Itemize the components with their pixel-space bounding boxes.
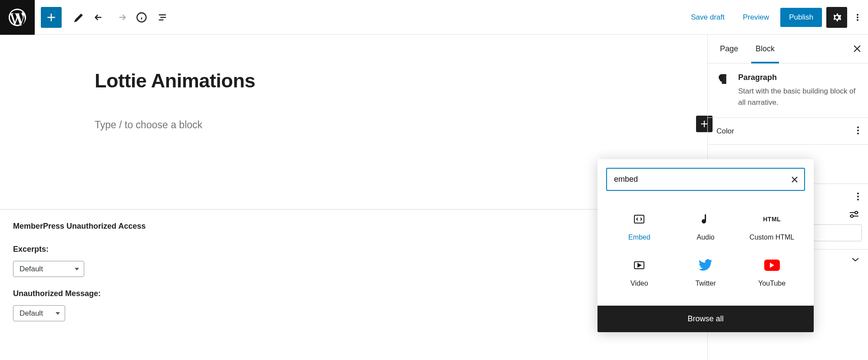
block-item-label: Video [630, 280, 648, 287]
info-button[interactable] [131, 7, 152, 28]
embed-icon [633, 211, 646, 227]
block-item-label: Embed [628, 233, 650, 241]
block-item-label: Twitter [695, 280, 716, 287]
color-panel: Color [708, 118, 868, 145]
plus-icon [45, 11, 58, 24]
wordpress-icon [9, 9, 26, 26]
more-options-button[interactable] [851, 7, 864, 28]
excerpts-select[interactable]: Default [13, 261, 84, 277]
twitter-icon [699, 257, 713, 273]
memberpress-heading: MemberPress Unauthorized Access [13, 222, 694, 231]
typography-panel-more[interactable] [857, 192, 859, 203]
video-icon [633, 257, 646, 273]
settings-button[interactable] [826, 7, 847, 28]
unauthorized-select[interactable]: Default [13, 305, 65, 321]
inserter-search-input[interactable] [607, 169, 785, 190]
redo-icon [115, 11, 127, 23]
editor-content: Lottie Animations Type / to choose a blo… [0, 35, 707, 131]
info-icon [135, 11, 148, 23]
html-icon: HTML [763, 211, 781, 227]
block-item-embed[interactable]: Embed [606, 203, 673, 249]
block-placeholder-row: Type / to choose a block [95, 119, 613, 131]
svg-point-9 [857, 127, 859, 128]
block-results-grid: Embed Audio HTML Custom HTML Video Twitt… [597, 200, 814, 306]
preview-button[interactable]: Preview [736, 9, 776, 26]
undo-icon [94, 11, 106, 23]
block-type-description: Start with the basic building block of a… [738, 86, 859, 108]
block-info-panel: Paragraph Start with the basic building … [708, 63, 868, 118]
block-inserter-popup: Embed Audio HTML Custom HTML Video Twitt… [597, 159, 814, 332]
gear-icon [831, 11, 843, 23]
close-sidebar-button[interactable] [850, 40, 865, 59]
toolbar-left-group [0, 0, 173, 34]
page-title[interactable]: Lottie Animations [95, 70, 613, 92]
block-item-audio[interactable]: Audio [673, 203, 739, 249]
save-draft-button[interactable]: Save draft [684, 9, 732, 26]
toolbar-right-group: Save draft Preview Publish [684, 7, 868, 28]
svg-point-16 [855, 211, 858, 214]
redo-button[interactable] [110, 7, 131, 28]
chevron-down-icon [851, 257, 859, 262]
block-item-youtube[interactable]: YouTube [739, 249, 805, 295]
svg-point-12 [857, 193, 859, 194]
sidebar-tabs: Page Block [708, 35, 868, 63]
clear-search-button[interactable] [785, 176, 804, 183]
close-icon [791, 176, 798, 183]
youtube-icon [764, 257, 780, 273]
svg-point-6 [857, 14, 858, 16]
pencil-icon [73, 11, 85, 23]
add-block-button[interactable] [41, 7, 62, 28]
block-item-video[interactable]: Video [606, 249, 673, 295]
audio-icon [700, 211, 711, 227]
color-panel-more[interactable] [857, 126, 859, 137]
svg-point-14 [857, 199, 859, 200]
excerpts-label: Excerpts: [13, 245, 694, 254]
top-toolbar: Save draft Preview Publish [0, 0, 868, 35]
sliders-icon[interactable] [849, 210, 859, 218]
color-panel-title: Color [716, 127, 734, 136]
svg-point-18 [851, 215, 853, 217]
wordpress-logo[interactable] [0, 0, 35, 35]
svg-point-13 [857, 196, 859, 197]
unauthorized-label: Unauthorized Message: [13, 289, 694, 298]
svg-point-7 [857, 17, 858, 18]
undo-button[interactable] [89, 7, 110, 28]
block-type-name: Paragraph [738, 73, 859, 82]
list-icon [156, 11, 168, 23]
publish-button[interactable]: Publish [780, 8, 822, 27]
paragraph-icon [716, 73, 729, 108]
inserter-search-wrap [597, 159, 814, 200]
block-item-label: YouTube [758, 280, 785, 287]
edit-mode-button[interactable] [69, 7, 89, 28]
block-item-label: Custom HTML [749, 233, 794, 241]
browse-all-button[interactable]: Browse all [597, 306, 814, 332]
tab-page[interactable]: Page [711, 35, 747, 63]
block-placeholder[interactable]: Type / to choose a block [95, 119, 613, 131]
svg-rect-19 [634, 215, 644, 223]
dots-vertical-icon [856, 12, 859, 23]
block-item-twitter[interactable]: Twitter [673, 249, 739, 295]
dots-vertical-icon [857, 126, 859, 135]
svg-point-8 [857, 19, 858, 21]
svg-point-10 [857, 130, 859, 131]
dots-vertical-icon [857, 192, 859, 201]
outline-button[interactable] [152, 7, 173, 28]
close-icon [853, 45, 861, 53]
block-item-custom-html[interactable]: HTML Custom HTML [739, 203, 805, 249]
tab-block[interactable]: Block [747, 35, 783, 63]
svg-point-11 [857, 133, 859, 134]
block-item-label: Audio [697, 233, 715, 241]
